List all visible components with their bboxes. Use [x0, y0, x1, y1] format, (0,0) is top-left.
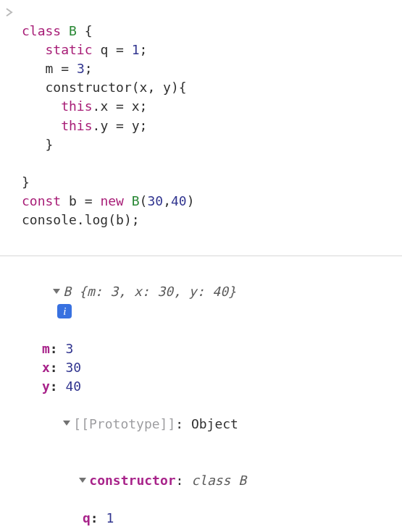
- console-output-row: B {m: 3, x: 30, y: 40} i m: 3 x: 30 y: 4…: [0, 256, 402, 532]
- disclosure-triangle-icon[interactable]: [63, 421, 70, 426]
- prop-y[interactable]: y: 40: [22, 377, 396, 396]
- prototype-object[interactable]: [[Prototype]]: Object: [22, 396, 396, 452]
- prop-m[interactable]: m: 3: [22, 339, 396, 358]
- ctor-length[interactable]: length: 2: [22, 528, 396, 532]
- disclosure-triangle-icon[interactable]: [53, 289, 60, 294]
- input-code[interactable]: class B { static q = 1; m = 3; construct…: [22, 3, 195, 248]
- kw-static: static: [46, 42, 93, 57]
- ctor-q[interactable]: q: 1: [22, 509, 396, 528]
- class-name-B: B: [69, 23, 77, 38]
- disclosure-triangle-icon[interactable]: [79, 478, 86, 483]
- class-ref: B: [63, 284, 71, 299]
- console-input-row: class B { static q = 1; m = 3; construct…: [0, 0, 402, 256]
- kw-class: class: [22, 23, 61, 38]
- constructor-entry[interactable]: constructor: class B: [22, 452, 396, 509]
- prop-x[interactable]: x: 30: [22, 358, 396, 377]
- constructor-sig: constructor(x, y){: [46, 80, 187, 95]
- prompt-chevron-icon: [6, 3, 22, 17]
- info-icon[interactable]: i: [57, 304, 72, 318]
- object-header[interactable]: B {m: 3, x: 30, y: 40} i: [22, 263, 396, 339]
